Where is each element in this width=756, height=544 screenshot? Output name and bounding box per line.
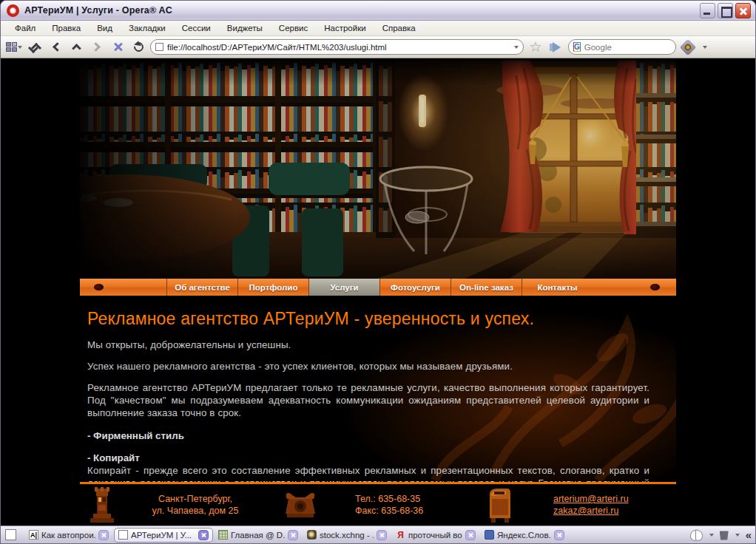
tab-label: Главная @ D... (231, 531, 285, 540)
address-dropdown-icon[interactable] (514, 46, 519, 49)
new-tab-button[interactable] (5, 529, 16, 540)
title-bar[interactable]: АРТериУМ | Услуги - Opera® AC (1, 1, 755, 21)
page-title: Рекламное агентство АРТериУМ - увереннос… (87, 309, 649, 329)
tab-close-icon[interactable] (554, 530, 564, 540)
star-icon: ☆ (529, 40, 541, 54)
menu-bookmarks[interactable]: Закладки (121, 22, 174, 34)
favicon-page-icon (118, 530, 128, 540)
tile-windows-button[interactable] (5, 38, 23, 56)
paragraph-copywriting: Копирайт - прежде всего это составление … (87, 464, 649, 482)
tab-close-icon[interactable] (98, 530, 109, 540)
page-content: Рекламное агентство АРТериУМ - увереннос… (80, 296, 676, 482)
tab-close-icon[interactable] (465, 530, 476, 540)
menu-file[interactable]: Файл (7, 22, 44, 34)
maximize-button[interactable] (718, 3, 733, 18)
footer-address-line2: ул. Чапаева, дом 25 (146, 505, 244, 517)
tile-windows-icon (6, 42, 17, 52)
browser-tab[interactable]: stock.xchng - ... (303, 528, 391, 543)
tab-label: АРТериУМ | У... (131, 531, 195, 540)
nav-tab-contacts[interactable]: Контакты (522, 279, 593, 296)
favicon-photo-icon (307, 530, 317, 540)
tab-label: Как автопрои... (41, 531, 95, 540)
opera-logo-icon (7, 4, 19, 17)
email-link-arterium[interactable]: arterium@arteri.ru (553, 493, 629, 505)
nav-tab-services[interactable]: Услуги (308, 279, 379, 296)
fit-to-width-button[interactable] (26, 38, 44, 56)
search-engine-dropdown-icon[interactable] (703, 46, 707, 49)
window-title: АРТериУМ | Услуги - Opera® AC (24, 5, 172, 16)
bookmark-button[interactable]: ☆ (527, 38, 544, 56)
collapse-chevrons-icon[interactable]: « (746, 528, 751, 541)
nav-tab-portfolio[interactable]: Портфолио (237, 279, 308, 296)
building-icon (87, 487, 117, 523)
tab-close-icon[interactable] (288, 530, 298, 540)
footer-fax: Факс: 635-68-36 (355, 505, 423, 517)
paragraph-quality: Рекламное агентство АРТериУМ предлагает … (87, 381, 649, 419)
forward-button[interactable] (88, 38, 106, 56)
nav-tab-online-order[interactable]: On-line заказ (450, 279, 522, 296)
tab-label: stock.xchng - ... (320, 531, 374, 540)
nav-dot-icon (650, 284, 660, 290)
widgets-dropdown-icon[interactable] (709, 534, 714, 537)
menu-edit[interactable]: Правка (44, 22, 89, 34)
forward-icon (91, 42, 101, 52)
stop-button[interactable] (109, 38, 126, 56)
footer-email-block: arterium@arteri.ru zakaz@arteri.ru (553, 493, 629, 517)
site-footer: Санкт-Петербург, ул. Чапаева, дом 25 Тел… (80, 484, 676, 526)
menu-view[interactable]: Вид (89, 22, 121, 34)
menu-help[interactable]: Справка (374, 22, 424, 34)
site-nav-bar: Об агентстве Портфолио Услуги Фотоуслуги… (80, 279, 676, 296)
google-icon: G (573, 42, 581, 52)
browser-tab[interactable]: A| Как автопрои... (25, 528, 112, 543)
favicon-yandex-icon: Я (396, 530, 405, 540)
nav-tab-photo-services[interactable]: Фотоуслуги (379, 279, 450, 296)
page-icon (155, 43, 163, 51)
minimize-button[interactable] (700, 3, 715, 18)
reload-button[interactable] (129, 38, 147, 56)
eye-icon[interactable] (680, 38, 697, 55)
navigation-toolbar: ☆ G (1, 36, 755, 58)
trash-icon[interactable] (720, 530, 729, 540)
address-input[interactable] (167, 43, 510, 52)
favicon-book-icon (485, 530, 494, 540)
phone-icon (281, 490, 320, 520)
tab-close-icon[interactable] (377, 530, 387, 540)
go-arrow-icon (553, 42, 561, 52)
footer-address-line1: Санкт-Петербург, (146, 493, 244, 505)
browser-tab[interactable]: Я проточный во... (392, 528, 479, 543)
browser-tab[interactable]: Яндекс.Слов... (481, 528, 568, 543)
nav-tab-about[interactable]: Об агентстве (166, 279, 237, 296)
address-bar[interactable] (150, 39, 524, 55)
subhead-copywriting: - Копирайт (87, 452, 649, 463)
tab-label: проточный во... (408, 531, 462, 540)
widgets-icon[interactable] (690, 530, 703, 540)
menu-settings[interactable]: Настройки (316, 22, 374, 34)
favicon-a-icon: A| (29, 530, 38, 540)
menu-tools[interactable]: Сервис (271, 22, 316, 34)
menu-sessions[interactable]: Сессии (174, 22, 219, 34)
email-link-zakaz[interactable]: zakaz@arteri.ru (553, 505, 629, 517)
library-hero-image (80, 61, 676, 279)
stop-icon (113, 42, 123, 52)
rewind-button[interactable] (67, 38, 85, 56)
dropdown-arrow-icon (18, 46, 22, 49)
go-button[interactable] (547, 38, 565, 56)
close-button[interactable] (735, 3, 751, 18)
menu-bar: Файл Правка Вид Закладки Сессии Виджеты … (1, 21, 755, 36)
browser-viewport: Об агентстве Портфолио Услуги Фотоуслуги… (1, 58, 755, 526)
subhead-brand-style: - Фирменный стиль (87, 430, 649, 441)
back-button[interactable] (47, 38, 64, 56)
browser-tab-active[interactable]: АРТериУМ | У... (114, 528, 213, 543)
footer-phone: Тел.: 635-68-35 (355, 493, 423, 505)
browser-tab[interactable]: Главная @ D... (215, 528, 302, 543)
nav-left-pad (80, 279, 166, 296)
search-bar[interactable]: G (568, 39, 676, 55)
menu-widgets[interactable]: Виджеты (219, 22, 271, 34)
trash-dropdown-icon[interactable] (735, 534, 740, 537)
favicon-grid-icon (218, 530, 228, 540)
page-tab-bar: A| Как автопрои... АРТериУМ | У... Главн… (1, 526, 755, 543)
arterium-site: Об агентстве Портфолио Услуги Фотоуслуги… (80, 58, 676, 526)
back-icon (53, 42, 62, 52)
tab-close-icon[interactable] (198, 530, 209, 540)
footer-phone-block: Тел.: 635-68-35 Факс: 635-68-36 (355, 493, 423, 517)
